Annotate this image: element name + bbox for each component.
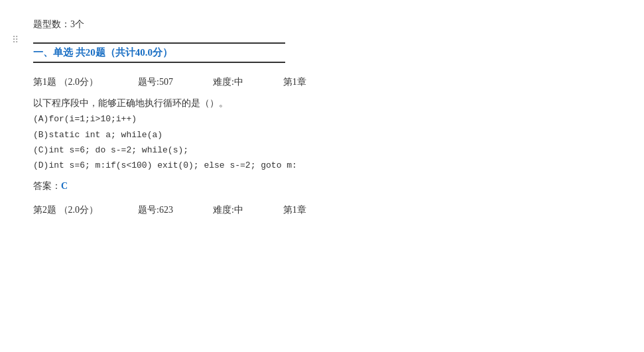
q1-difficulty: 难度:中 — [213, 76, 243, 88]
section-divider-top — [33, 42, 285, 44]
q1-option-d: (D)int s=6; m:if(s<100) exit(0); else s-… — [33, 158, 644, 173]
title-count: 题型数：3个 — [33, 19, 644, 30]
q1-num: 第1题 （2.0分） — [33, 76, 98, 88]
drag-handle[interactable]: ⠿ — [12, 34, 19, 46]
question-1-body: 以下程序段中，能够正确地执行循环的是（）。 (A)for(i=1;i>10;i+… — [33, 95, 644, 174]
q2-num: 第2题 （2.0分） — [33, 204, 98, 216]
section-header: 一、单选 共20题（共计40.0分） — [33, 46, 644, 59]
question-2-meta: 第2题 （2.0分） 题号:623 难度:中 第1章 — [33, 204, 644, 216]
q1-option-a: (A)for(i=1;i>10;i++) — [33, 111, 644, 127]
question-1-meta: 第1题 （2.0分） 题号:507 难度:中 第1章 — [33, 76, 644, 88]
q1-text: 以下程序段中，能够正确地执行循环的是（）。 — [33, 95, 644, 111]
question-1: 第1题 （2.0分） 题号:507 难度:中 第1章 以下程序段中，能够正确地执… — [33, 76, 644, 192]
q1-chapter: 第1章 — [283, 76, 306, 88]
question-1-answer: 答案：C — [33, 180, 644, 192]
question-2: 第2题 （2.0分） 题号:623 难度:中 第1章 — [33, 204, 644, 216]
q2-difficulty: 难度:中 — [213, 204, 243, 216]
q2-chapter: 第1章 — [283, 204, 306, 216]
q1-number: 题号:507 — [138, 76, 173, 88]
section-divider-bottom — [33, 62, 285, 63]
q1-option-b: (B)static int a; while(a) — [33, 127, 644, 143]
q2-number: 题号:623 — [138, 204, 173, 216]
q1-option-c: (C)int s=6; do s-=2; while(s); — [33, 143, 644, 158]
main-content: 题型数：3个 一、单选 共20题（共计40.0分） 第1题 （2.0分） 题号:… — [33, 7, 644, 216]
